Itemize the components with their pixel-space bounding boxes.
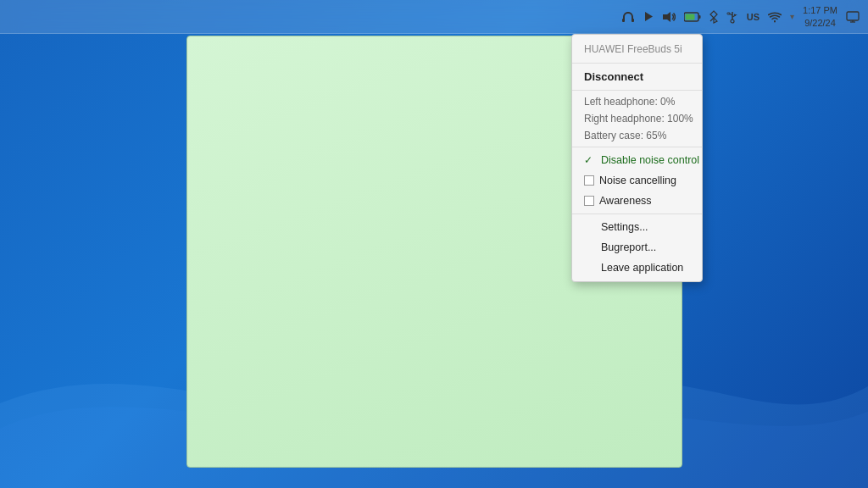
checkmark-placeholder-2 <box>584 241 596 253</box>
disable-noise-control-item[interactable]: ✓ Disable noise control <box>572 150 702 170</box>
desktop: US ▾ 1:17 PM 9/22/24 <box>0 0 868 488</box>
battery-taskbar-icon[interactable] <box>682 10 703 24</box>
leave-application-item[interactable]: Leave application <box>572 258 702 278</box>
system-tray: US ▾ <box>620 8 796 25</box>
context-menu: HUAWEI FreeBuds 5i Disconnect Left headp… <box>571 34 703 282</box>
taskbar: US ▾ 1:17 PM 9/22/24 <box>0 0 868 34</box>
svg-rect-5 <box>698 15 700 19</box>
usb-icon[interactable] <box>725 8 740 25</box>
headphone-icon[interactable] <box>620 9 637 25</box>
battery-left-label: Left headphone: 0% <box>572 93 702 110</box>
battery-case-label: Battery case: 65% <box>572 127 702 144</box>
volume-icon[interactable] <box>660 9 677 25</box>
awareness-item[interactable]: Awareness <box>572 191 702 211</box>
svg-rect-15 <box>847 12 859 20</box>
check-icon: ✓ <box>584 154 596 166</box>
language-indicator[interactable]: US <box>745 11 761 23</box>
menu-divider-3 <box>572 147 702 147</box>
show-desktop-icon[interactable] <box>844 9 861 25</box>
settings-item[interactable]: Settings... <box>572 217 702 237</box>
svg-marker-2 <box>645 12 653 21</box>
play-icon[interactable] <box>642 9 655 24</box>
noise-cancelling-item[interactable]: Noise cancelling <box>572 170 702 191</box>
tray-expand-arrow[interactable]: ▾ <box>788 10 796 23</box>
svg-marker-3 <box>663 12 670 22</box>
svg-rect-0 <box>622 19 625 22</box>
system-clock: 1:17 PM 9/22/24 <box>803 4 837 29</box>
menu-divider-4 <box>572 214 702 214</box>
device-name-label: HUAWEI FreeBuds 5i <box>572 38 702 60</box>
menu-divider-2 <box>572 90 702 91</box>
checkmark-placeholder <box>584 221 596 233</box>
bugreport-item[interactable]: Bugreport... <box>572 237 702 258</box>
checkbox-empty-icon <box>584 175 594 186</box>
clock-date: 9/22/24 <box>804 17 836 29</box>
disconnect-button[interactable]: Disconnect <box>572 66 702 87</box>
svg-rect-6 <box>685 14 694 19</box>
bluetooth-icon[interactable] <box>708 8 720 25</box>
svg-rect-10 <box>727 13 730 14</box>
checkbox-empty-icon-2 <box>584 196 594 206</box>
battery-right-label: Right headphone: 100% <box>572 110 702 127</box>
svg-rect-1 <box>632 19 634 22</box>
clock-time: 1:17 PM <box>803 4 837 16</box>
menu-divider-1 <box>572 63 702 64</box>
checkmark-placeholder-3 <box>584 262 596 274</box>
svg-point-14 <box>774 20 776 22</box>
wifi-icon[interactable] <box>766 9 783 25</box>
